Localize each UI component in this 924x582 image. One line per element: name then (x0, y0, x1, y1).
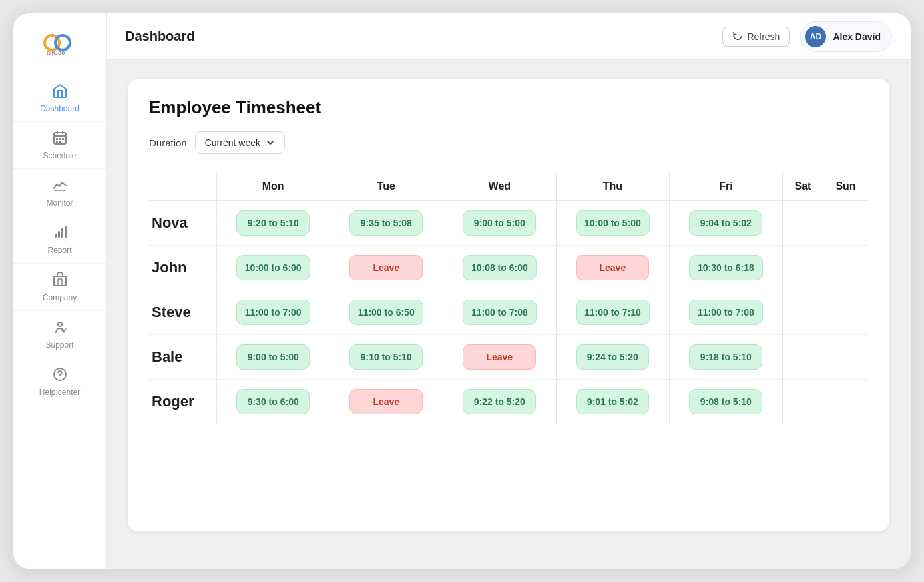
time-cell: Leave (330, 246, 443, 290)
time-badge[interactable]: Leave (349, 389, 423, 414)
time-badge[interactable]: 10:30 to 6:18 (689, 255, 763, 280)
time-cell: 9:20 to 5:10 (216, 201, 330, 246)
time-cell: 9:08 to 5:10 (669, 380, 782, 424)
svg-text:allGeo: allGeo (47, 49, 65, 56)
time-badge[interactable]: 9:08 to 5:10 (689, 389, 762, 414)
report-icon (52, 224, 68, 243)
sidebar-item-company-label: Company (43, 293, 77, 302)
svg-rect-7 (56, 141, 58, 143)
time-cell: 11:00 to 7:00 (216, 290, 330, 335)
svg-rect-5 (59, 138, 61, 140)
sidebar-item-help[interactable]: Help center (13, 358, 106, 405)
time-cell: 11:00 to 6:50 (330, 290, 443, 335)
col-header-sun: Sun (823, 172, 868, 201)
time-cell: Leave (330, 380, 443, 424)
svg-rect-13 (65, 226, 67, 238)
time-cell (782, 380, 823, 424)
time-badge[interactable]: 9:00 to 5:00 (463, 210, 536, 236)
refresh-label: Refresh (747, 31, 780, 42)
sidebar-item-support-label: Support (45, 340, 73, 350)
time-badge[interactable]: 9:00 to 5:00 (236, 344, 310, 370)
time-badge[interactable]: 9:35 to 5:08 (349, 210, 423, 236)
sidebar-item-report[interactable]: Report (13, 216, 106, 264)
time-badge[interactable]: 11:00 to 6:50 (349, 300, 423, 325)
time-badge[interactable]: 9:18 to 5:10 (689, 344, 762, 370)
time-badge[interactable]: 9:24 to 5:20 (576, 344, 649, 370)
logo: allGeo (41, 29, 79, 56)
time-badge[interactable]: 9:01 to 5:02 (576, 389, 649, 414)
svg-rect-6 (62, 138, 64, 140)
sidebar-item-dashboard[interactable]: Dashboard (13, 75, 106, 122)
col-header-tue: Tue (330, 172, 443, 201)
time-badge[interactable]: Leave (349, 255, 423, 280)
employee-name: Nova (149, 201, 216, 246)
dashboard-icon (52, 83, 68, 101)
time-badge[interactable]: 11:00 to 7:10 (576, 300, 650, 325)
table-row: Roger9:30 to 6:00Leave9:22 to 5:209:01 t… (149, 380, 868, 424)
time-cell: 9:00 to 5:00 (216, 335, 330, 380)
col-header-sat: Sat (782, 172, 823, 201)
sidebar-item-monitor[interactable]: Monitor (13, 169, 106, 216)
time-badge[interactable]: 9:04 to 5:02 (689, 210, 762, 236)
employee-name: Roger (149, 380, 216, 424)
time-cell (823, 290, 868, 335)
time-cell: 11:00 to 7:10 (556, 290, 669, 335)
time-cell: 9:01 to 5:02 (556, 380, 669, 424)
time-cell: 9:18 to 5:10 (669, 335, 782, 380)
schedule-icon (52, 130, 68, 148)
time-cell (782, 246, 823, 290)
time-cell: 9:00 to 5:00 (443, 201, 556, 246)
time-badge[interactable]: 9:10 to 5:10 (349, 344, 423, 370)
time-cell: 9:22 to 5:20 (443, 380, 556, 424)
duration-label: Duration (149, 137, 187, 148)
user-badge[interactable]: AD Alex David (800, 21, 892, 52)
time-cell (782, 335, 823, 380)
time-badge[interactable]: 9:22 to 5:20 (463, 389, 536, 414)
time-cell (823, 380, 868, 424)
time-cell: 11:00 to 7:08 (443, 290, 556, 335)
page-title: Employee Timesheet (149, 97, 868, 118)
time-cell (823, 201, 868, 246)
svg-rect-14 (54, 276, 66, 286)
time-cell: Leave (443, 335, 556, 380)
company-icon (52, 272, 68, 290)
time-badge[interactable]: 10:08 to 6:00 (463, 255, 537, 280)
col-header-fri: Fri (669, 172, 782, 201)
time-cell: 11:00 to 7:08 (669, 290, 782, 335)
table-row: Bale9:00 to 5:009:10 to 5:10Leave9:24 to… (149, 335, 868, 380)
content-area: Employee Timesheet Duration Current week (107, 60, 911, 569)
time-badge[interactable]: 9:30 to 6:00 (236, 389, 310, 414)
sidebar-item-support[interactable]: Support (13, 311, 106, 358)
time-cell: Leave (556, 246, 669, 290)
time-cell (823, 246, 868, 290)
time-cell (823, 335, 868, 380)
employee-name: John (149, 246, 216, 290)
refresh-button[interactable]: Refresh (722, 27, 790, 47)
time-badge[interactable]: 11:00 to 7:00 (236, 300, 310, 325)
sidebar-item-schedule[interactable]: Schedule (13, 122, 106, 169)
table-row: John10:00 to 6:00Leave10:08 to 6:00Leave… (149, 246, 868, 290)
time-badge[interactable]: 9:20 to 5:10 (236, 210, 310, 236)
header-title: Dashboard (125, 29, 712, 44)
app-shell: allGeo Dashboard (13, 13, 911, 569)
time-badge[interactable]: 11:00 to 7:08 (463, 300, 537, 325)
time-cell: 10:30 to 6:18 (669, 246, 782, 290)
time-cell (782, 290, 823, 335)
duration-select[interactable]: Current week (195, 131, 285, 154)
svg-rect-8 (59, 141, 61, 143)
sidebar-item-report-label: Report (47, 246, 71, 255)
time-cell: 10:00 to 5:00 (556, 201, 669, 246)
sidebar-item-company[interactable]: Company (13, 264, 106, 311)
time-badge[interactable]: Leave (463, 344, 536, 370)
time-cell: 9:35 to 5:08 (330, 201, 443, 246)
time-cell (782, 201, 823, 246)
svg-rect-11 (58, 231, 60, 238)
col-header-mon: Mon (216, 172, 330, 201)
time-badge[interactable]: 10:00 to 5:00 (576, 210, 650, 236)
time-badge[interactable]: 11:00 to 7:08 (689, 300, 763, 325)
time-cell: 9:04 to 5:02 (669, 201, 782, 246)
time-badge[interactable]: 10:00 to 6:00 (236, 255, 310, 280)
table-row: Steve11:00 to 7:0011:00 to 6:5011:00 to … (149, 290, 868, 335)
time-badge[interactable]: Leave (576, 255, 649, 280)
table-header-row: Mon Tue Wed Thu Fri Sat Sun (149, 172, 868, 201)
